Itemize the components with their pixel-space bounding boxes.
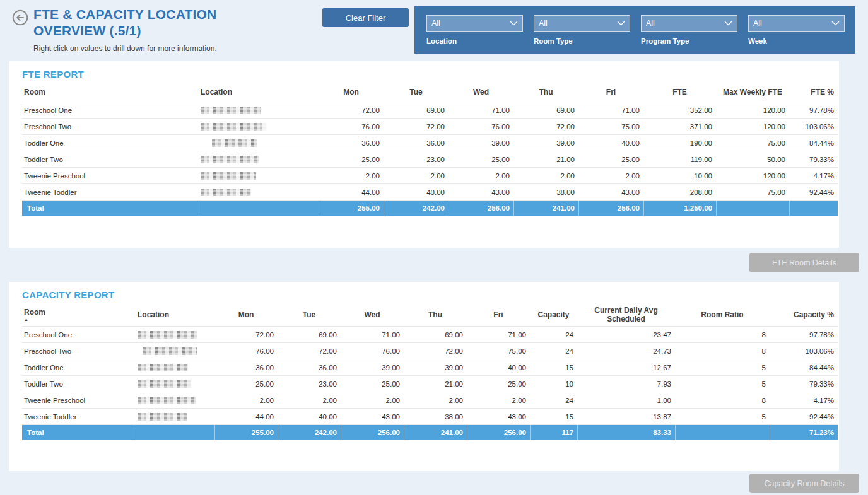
avg-scheduled-cell[interactable]: 7.93: [577, 380, 675, 388]
wed-cell[interactable]: 25.00: [449, 156, 513, 163]
avg-scheduled-cell[interactable]: 24.73: [577, 347, 675, 355]
wed-cell[interactable]: 43.00: [449, 189, 513, 196]
fte-cell[interactable]: 10.00: [643, 172, 716, 180]
room-type-dropdown[interactable]: All: [534, 15, 630, 32]
wed-cell[interactable]: 43.00: [341, 413, 404, 421]
room-ratio-cell[interactable]: 8: [675, 347, 770, 355]
room-cell[interactable]: Preschool One: [22, 107, 199, 114]
fri-cell[interactable]: 2.00: [467, 397, 530, 404]
room-cell[interactable]: Preschool One: [22, 331, 136, 339]
mon-cell[interactable]: 36.00: [214, 364, 278, 371]
fri-cell[interactable]: 43.00: [578, 189, 643, 196]
tue-cell[interactable]: 40.00: [278, 413, 341, 421]
cap-col-location[interactable]: Location: [136, 310, 214, 319]
max-weekly-fte-cell[interactable]: 120.00: [716, 123, 789, 131]
thu-cell[interactable]: 39.00: [404, 364, 467, 371]
capacity-cell[interactable]: 24: [530, 397, 577, 404]
total-tue[interactable]: 242.00: [384, 201, 449, 216]
room-cell[interactable]: Preschool Two: [22, 347, 136, 355]
room-cell[interactable]: Toddler Two: [22, 380, 136, 388]
room-cell[interactable]: Tweenie Preschool: [22, 397, 136, 404]
room-ratio-cell[interactable]: 8: [675, 331, 770, 339]
tue-cell[interactable]: 36.00: [278, 364, 341, 371]
fte-pct-cell[interactable]: 4.17%: [789, 172, 838, 180]
thu-cell[interactable]: 39.00: [513, 139, 578, 147]
fri-cell[interactable]: 43.00: [467, 413, 530, 421]
tue-cell[interactable]: 72.00: [278, 347, 341, 355]
wed-cell[interactable]: 76.00: [341, 347, 404, 355]
avg-scheduled-cell[interactable]: 13.87: [577, 413, 675, 421]
fte-pct-cell[interactable]: 79.33%: [789, 156, 838, 163]
cap-col-tue[interactable]: Tue: [278, 310, 341, 319]
tue-cell[interactable]: 40.00: [384, 189, 449, 196]
total-capacity-pct[interactable]: 71.23%: [770, 425, 838, 440]
total-thu[interactable]: 241.00: [404, 425, 467, 440]
fte-pct-cell[interactable]: 97.78%: [789, 107, 838, 114]
tue-cell[interactable]: 2.00: [278, 397, 341, 404]
fri-cell[interactable]: 25.00: [578, 156, 643, 163]
avg-scheduled-cell[interactable]: 12.67: [577, 364, 675, 371]
room-cell[interactable]: Toddler One: [22, 364, 136, 371]
cap-col-capacity[interactable]: Capacity: [530, 310, 577, 319]
mon-cell[interactable]: 2.00: [319, 172, 384, 180]
fri-cell[interactable]: 25.00: [467, 380, 530, 388]
fte-cell[interactable]: 208.00: [643, 189, 716, 196]
room-ratio-cell[interactable]: 5: [675, 413, 770, 421]
mon-cell[interactable]: 44.00: [214, 413, 278, 421]
avg-scheduled-cell[interactable]: 1.00: [577, 397, 675, 404]
thu-cell[interactable]: 2.00: [404, 397, 467, 404]
room-ratio-cell[interactable]: 8: [675, 397, 770, 404]
cap-col-ratio[interactable]: Room Ratio: [675, 310, 770, 319]
thu-cell[interactable]: 2.00: [513, 172, 578, 180]
room-cell[interactable]: Tweenie Preschool: [22, 172, 199, 180]
wed-cell[interactable]: 2.00: [341, 397, 404, 404]
max-weekly-fte-cell[interactable]: 75.00: [716, 189, 789, 196]
room-cell[interactable]: Tweenie Toddler: [22, 189, 199, 196]
total-mon[interactable]: 255.00: [319, 201, 384, 216]
fte-cell[interactable]: 352.00: [643, 107, 716, 114]
tue-cell[interactable]: 23.00: [384, 156, 449, 163]
thu-cell[interactable]: 69.00: [404, 331, 467, 339]
fte-cell[interactable]: 190.00: [643, 139, 716, 147]
fri-cell[interactable]: 75.00: [467, 347, 530, 355]
program-type-dropdown[interactable]: All: [641, 15, 737, 32]
total-mon[interactable]: 255.00: [214, 425, 278, 440]
week-dropdown[interactable]: All: [748, 15, 845, 32]
tue-cell[interactable]: 69.00: [384, 107, 449, 114]
capacity-pct-cell[interactable]: 4.17%: [770, 397, 838, 404]
cap-col-wed[interactable]: Wed: [341, 310, 404, 319]
total-fri[interactable]: 256.00: [467, 425, 530, 440]
fte-col-tue[interactable]: Tue: [384, 88, 449, 96]
mon-cell[interactable]: 72.00: [319, 107, 384, 114]
max-weekly-fte-cell[interactable]: 120.00: [716, 107, 789, 114]
fte-col-max-weekly-fte[interactable]: Max Weekly FTE: [716, 88, 789, 96]
fte-col-fri[interactable]: Fri: [578, 88, 643, 96]
max-weekly-fte-cell[interactable]: 120.00: [716, 172, 789, 180]
fte-cell[interactable]: 371.00: [643, 123, 716, 131]
fte-col-wed[interactable]: Wed: [449, 88, 513, 96]
fte-col-fte-pct[interactable]: FTE %: [789, 88, 838, 96]
capacity-pct-cell[interactable]: 84.44%: [770, 364, 838, 371]
wed-cell[interactable]: 39.00: [449, 139, 513, 147]
cap-col-pct[interactable]: Capacity %: [770, 310, 838, 319]
tue-cell[interactable]: 2.00: [384, 172, 449, 180]
wed-cell[interactable]: 25.00: [341, 380, 404, 388]
cap-col-mon[interactable]: Mon: [214, 310, 278, 319]
max-weekly-fte-cell[interactable]: 75.00: [716, 139, 789, 147]
fte-pct-cell[interactable]: 103.06%: [789, 123, 838, 131]
thu-cell[interactable]: 21.00: [513, 156, 578, 163]
room-ratio-cell[interactable]: 5: [675, 380, 770, 388]
capacity-pct-cell[interactable]: 103.06%: [770, 347, 838, 355]
capacity-cell[interactable]: 24: [530, 347, 577, 355]
wed-cell[interactable]: 71.00: [341, 331, 404, 339]
fte-pct-cell[interactable]: 92.44%: [789, 189, 838, 196]
avg-scheduled-cell[interactable]: 23.47: [577, 331, 675, 339]
capacity-cell[interactable]: 15: [530, 364, 577, 371]
capacity-room-details-button[interactable]: Capacity Room Details: [749, 474, 859, 493]
fri-cell[interactable]: 40.00: [467, 364, 530, 371]
capacity-cell[interactable]: 24: [530, 331, 577, 339]
total-avg-scheduled[interactable]: 83.33: [577, 425, 675, 440]
fri-cell[interactable]: 40.00: [578, 139, 643, 147]
total-fri[interactable]: 256.00: [578, 201, 643, 216]
cap-col-fri[interactable]: Fri: [467, 310, 530, 319]
